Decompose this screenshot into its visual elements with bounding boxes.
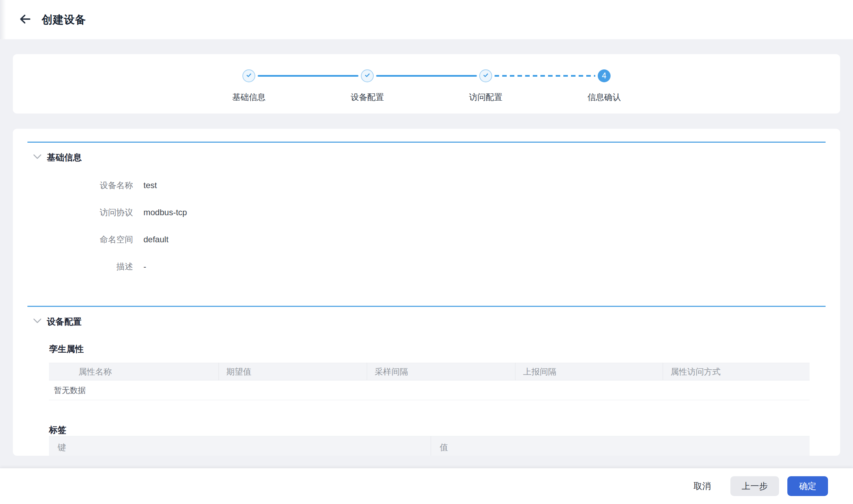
create-device-page: 创建设备 基础信息	[0, 0, 853, 504]
field-value: modbus-tcp	[143, 207, 187, 218]
section-device-config: 设备配置 孪生属性 属性名称 期望值 采样间隔	[27, 306, 826, 456]
previous-step-button[interactable]: 上一步	[730, 476, 779, 496]
section-title: 设备配置	[47, 315, 82, 328]
check-icon	[364, 72, 371, 80]
field-label: 命名空间	[27, 234, 133, 245]
step-device-config[interactable]: 设备配置	[361, 69, 374, 82]
field-row-namespace: 命名空间 default	[27, 234, 826, 245]
twin-table-empty-row: 暂无数据	[49, 380, 810, 400]
step-circle-1[interactable]	[242, 69, 255, 82]
page-header: 创建设备	[0, 0, 853, 39]
col-key: 键	[49, 436, 431, 456]
section-basic-info: 基础信息 设备名称 test 访问协议 modbus-tcp 命名空间 defa…	[27, 142, 826, 272]
twin-table-header-row: 属性名称 期望值 采样间隔 上报间隔 属性访问方式	[49, 363, 810, 380]
field-value: test	[143, 179, 157, 191]
content-area: 基础信息 设备配置	[0, 39, 853, 468]
col-desired-value: 期望值	[218, 363, 367, 380]
step-connector	[258, 75, 358, 77]
confirm-button[interactable]: 确定	[787, 476, 828, 496]
step-info-confirm[interactable]: 4 信息确认	[598, 69, 611, 82]
col-value: 值	[431, 436, 810, 456]
basic-info-fields: 设备名称 test 访问协议 modbus-tcp 命名空间 default 描…	[27, 179, 826, 272]
field-value: -	[143, 261, 146, 272]
chevron-down-icon	[33, 154, 42, 161]
step-label: 信息确认	[588, 92, 621, 103]
step-connector	[376, 75, 477, 77]
labels-heading: 标签	[49, 424, 810, 436]
device-config-body: 孪生属性 属性名称 期望值 采样间隔 上报间隔	[27, 343, 826, 456]
section-divider	[27, 306, 826, 307]
section-title: 基础信息	[47, 151, 82, 163]
col-report-interval: 上报间隔	[515, 363, 663, 380]
field-row-device-name: 设备名称 test	[27, 179, 826, 191]
twin-attributes-heading: 孪生属性	[49, 343, 810, 355]
page-title: 创建设备	[42, 12, 86, 27]
step-circle-2[interactable]	[361, 69, 374, 82]
step-connector-dashed	[495, 75, 595, 77]
step-basic-info[interactable]: 基础信息	[242, 69, 255, 82]
field-label: 描述	[27, 261, 133, 272]
field-row-description: 描述 -	[27, 261, 826, 272]
step-number: 4	[602, 71, 606, 81]
labels-table: 键 值	[49, 436, 810, 456]
field-label: 访问协议	[27, 207, 133, 218]
empty-data-text: 暂无数据	[49, 380, 810, 400]
col-attribute-name: 属性名称	[49, 363, 218, 380]
check-icon	[245, 72, 252, 80]
stepper: 基础信息 设备配置	[13, 69, 840, 82]
step-circle-3[interactable]	[479, 69, 492, 82]
step-access-config[interactable]: 访问配置	[479, 69, 492, 82]
labels-table-header-row: 键 值	[49, 436, 810, 456]
footer-action-bar: 取消 上一步 确定	[0, 468, 853, 504]
step-label: 设备配置	[351, 92, 384, 103]
section-device-config-header[interactable]: 设备配置	[27, 315, 826, 328]
step-label: 访问配置	[469, 92, 503, 103]
col-collect-interval: 采样间隔	[367, 363, 515, 380]
arrow-left-icon	[19, 13, 31, 26]
stepper-card: 基础信息 设备配置	[13, 54, 840, 114]
chevron-down-icon	[33, 318, 42, 325]
step-circle-4[interactable]: 4	[598, 69, 611, 82]
section-basic-info-header[interactable]: 基础信息	[27, 151, 826, 163]
back-button[interactable]	[17, 12, 33, 27]
field-label: 设备名称	[27, 179, 133, 191]
summary-card: 基础信息 设备名称 test 访问协议 modbus-tcp 命名空间 defa…	[13, 129, 840, 456]
check-icon	[482, 72, 489, 80]
section-divider	[27, 142, 826, 143]
twin-attributes-table: 属性名称 期望值 采样间隔 上报间隔 属性访问方式 暂无数据	[49, 363, 810, 400]
col-access-mode: 属性访问方式	[663, 363, 810, 380]
field-value: default	[143, 234, 168, 245]
field-row-protocol: 访问协议 modbus-tcp	[27, 207, 826, 218]
cancel-button[interactable]: 取消	[694, 480, 711, 492]
step-label: 基础信息	[232, 92, 266, 103]
